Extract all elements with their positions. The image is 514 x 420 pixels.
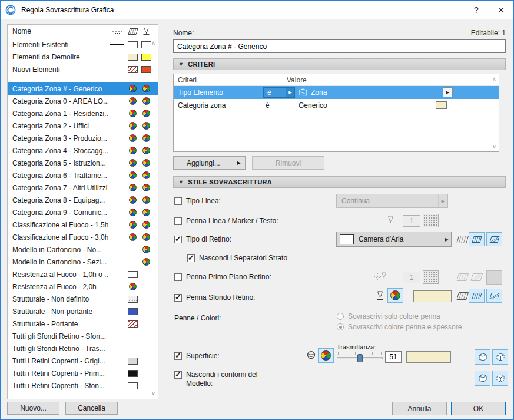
scroll-up-chevron-icon[interactable]: ∧ — [150, 40, 157, 47]
list-item[interactable]: Categoria Zona 9 - Comunic... — [8, 206, 158, 219]
zone-stamp-icon — [299, 88, 308, 98]
list-item[interactable]: Tutti gli Sfondi Retino - Tras... — [8, 342, 158, 355]
list-item[interactable]: Resistenza al Fuoco - 1,0h o ... — [8, 268, 158, 280]
tipo-retino-checkbox[interactable] — [174, 236, 182, 243]
aggiungi-button[interactable]: Aggiungi... ▶ — [173, 156, 246, 170]
dropdown-arrow-icon: ▶ — [438, 194, 447, 207]
fill-preview-swatch — [128, 308, 138, 315]
list-item[interactable]: Categoria Zona 5 - Istruzion... — [8, 157, 158, 169]
trasmittanza-value-field[interactable]: 51 — [385, 351, 402, 363]
tipo-linea-checkbox[interactable] — [174, 197, 182, 205]
scroll-up-chevron-icon[interactable]: ∧ — [491, 76, 498, 82]
dropdown-arrow-icon: ▶ — [286, 88, 294, 97]
value-picker-button[interactable]: ▶ — [443, 87, 453, 97]
list-item[interactable]: Modello in Cartoncino - No... — [8, 243, 158, 256]
editabile-count: Editabile: 1 — [471, 29, 506, 37]
operator-dropdown[interactable]: è ▶ — [263, 87, 295, 98]
criteria-value: Zona — [311, 88, 327, 97]
fill-orientation-distort-button[interactable] — [486, 232, 502, 246]
tipo-retino-dropdown[interactable]: Camera d'Aria ▶ — [336, 232, 452, 247]
nuovo-button[interactable]: Nuovo... — [7, 402, 59, 415]
fill-hatch-icon-disabled — [456, 272, 469, 282]
contorni-model-dashed-button[interactable] — [492, 371, 508, 386]
list-item[interactable]: Tutti i Retini Coprenti - Prim... — [8, 367, 158, 379]
close-button[interactable]: ✕ — [489, 1, 513, 19]
superficie-apply-3d-button[interactable] — [475, 349, 490, 365]
list-item[interactable]: Tutti gli Sfondi Retino - Sfon... — [8, 330, 158, 342]
list-item-label: Resistenza al Fuoco - 2,0h — [8, 283, 108, 291]
list-item[interactable]: Elementi Esistenti — [8, 38, 158, 51]
fill-orientation-link-button[interactable] — [469, 232, 485, 246]
penna-sfondo-color-preview[interactable] — [413, 290, 452, 302]
trasmittanza-slider[interactable] — [337, 352, 383, 362]
list-item[interactable]: Tutti i Retini Coprenti - Sfon... — [8, 379, 158, 392]
pen-preview-swatch — [142, 209, 150, 216]
list-item[interactable]: Classificazione al Fuoco - 1,5h — [8, 219, 158, 231]
ok-button[interactable]: OK — [451, 402, 506, 415]
pen-preview-swatch — [142, 171, 150, 179]
superficie-label: Superficie: — [186, 352, 220, 361]
annulla-button[interactable]: Annulla — [392, 402, 447, 415]
fill-column-icon — [126, 28, 140, 35]
scroll-down-chevron-icon[interactable]: ∨ — [491, 144, 498, 150]
list-item[interactable]: Strutturale - Non definito — [8, 293, 158, 305]
criteria-row-categoria-zona[interactable]: Categoria zona è Generico — [174, 99, 499, 112]
criteria-value-swatch — [436, 101, 447, 109]
list-item[interactable]: Categoria Zona 7 - Altri Utilizzi — [8, 181, 158, 194]
collapse-triangle-icon: ▼ — [178, 61, 184, 67]
fill-bg-distort-button[interactable] — [486, 289, 502, 303]
penna-linea-checkbox[interactable] — [174, 217, 182, 225]
pen-preview-swatch — [141, 66, 151, 73]
fill-pen-icon — [372, 270, 387, 282]
criteria-value: Generico — [299, 101, 327, 110]
superficie-color-preview[interactable] — [406, 351, 451, 363]
superficie-checkbox[interactable] — [174, 352, 182, 360]
trasmittanza-slider-thumb[interactable] — [357, 354, 363, 362]
list-item[interactable]: Modello in Cartoncino - Sezi... — [8, 256, 158, 268]
penna-primo-label: Penna Primo Piano Retino: — [186, 273, 271, 282]
list-item[interactable]: Nuovi Elementi — [8, 63, 158, 75]
list-item-label: Tutti i Retini Coprenti - Grigi... — [8, 357, 108, 365]
list-item[interactable]: Classificazione al Fuoco - 3,0h — [8, 231, 158, 243]
pen-preview-swatch — [141, 54, 151, 61]
list-item[interactable]: Tutti i Retini Coprenti - Grigi... — [8, 355, 158, 367]
list-item-label: Categoria Zona 4 - Stoccagg... — [8, 147, 108, 155]
list-item[interactable]: Categoria Zona 0 - AREA LO... — [8, 95, 158, 107]
list-item-label: Classificazione al Fuoco - 1,5h — [8, 221, 108, 229]
criteria-row-tipo-elemento[interactable]: Tipo Elemento è ▶ Zona ▶ — [174, 86, 499, 99]
list-item[interactable]: Categoria Zona # - Generico — [8, 82, 158, 95]
list-item[interactable]: Categoria Zona 4 - Stoccagg... — [8, 144, 158, 157]
list-item-label: Strutturale - Portante — [8, 320, 108, 328]
scroll-down-chevron-icon[interactable]: ∨ — [150, 391, 157, 397]
list-item[interactable]: Categoria Zona 3 - Produzio... — [8, 132, 158, 144]
fill-preview-swatch — [129, 196, 137, 204]
list-item[interactable]: Categoria Zona 2 - Uffici — [8, 120, 158, 132]
penne-colori-label: Penne / Colori: — [174, 314, 221, 322]
superficie-color-pie-button[interactable] — [318, 348, 334, 363]
criteri-section-header[interactable]: ▼ CRITERI — [173, 58, 506, 70]
superficie-apply-all-button[interactable] — [492, 349, 508, 365]
list-spacer — [8, 75, 158, 82]
nascondi-contorni-checkbox[interactable] — [174, 371, 182, 379]
pen-preview-swatch — [142, 196, 150, 204]
list-item[interactable]: Strutturale - Portante — [8, 318, 158, 330]
list-item[interactable]: Categoria Zona 8 - Equipag... — [8, 194, 158, 206]
penna-primo-checkbox[interactable] — [174, 273, 182, 281]
list-item-label: Tutti gli Sfondi Retino - Sfon... — [8, 332, 108, 340]
contorni-model-button[interactable] — [475, 371, 490, 386]
fill-bg-link-button[interactable] — [469, 289, 485, 303]
cancella-button[interactable]: Cancella — [65, 402, 118, 415]
rule-name-input[interactable] — [173, 39, 506, 53]
list-item[interactable]: Elementi da Demolire — [8, 51, 158, 63]
penna-sfondo-color-pie-button[interactable] — [387, 288, 403, 303]
list-item[interactable]: Categoria Zona 1 - Residenzi... — [8, 107, 158, 120]
list-item[interactable]: Strutturale - Non-portante — [8, 305, 158, 318]
help-button[interactable]: ? — [464, 1, 489, 19]
list-item-label: Strutturale - Non-portante — [8, 307, 108, 316]
criteria-name: Tipo Elemento — [178, 88, 223, 97]
penna-sfondo-checkbox[interactable] — [174, 294, 182, 302]
list-item[interactable]: Categoria Zona 6 - Trattame... — [8, 169, 158, 181]
list-item[interactable]: Resistenza al Fuoco - 2,0h — [8, 280, 158, 293]
stile-section-header[interactable]: ▼ STILE SOVRASCRITTURA — [173, 176, 506, 188]
nascondi-separatori-checkbox[interactable] — [187, 254, 195, 262]
